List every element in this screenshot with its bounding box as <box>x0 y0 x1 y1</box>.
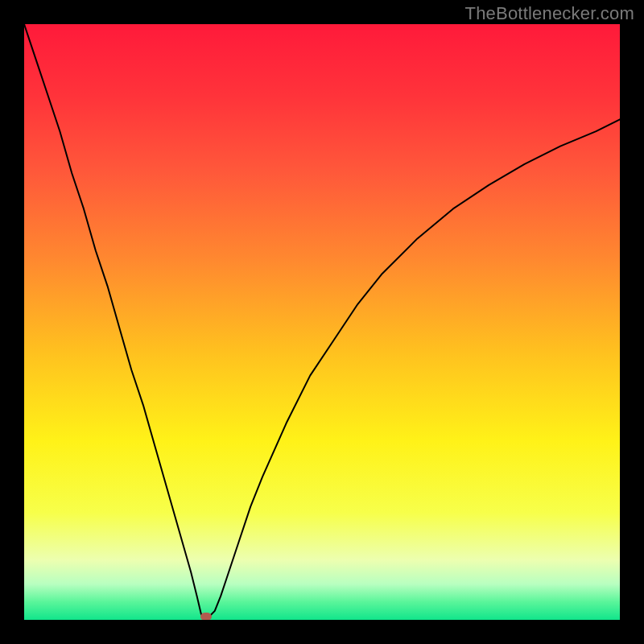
bottleneck-curve <box>24 24 620 620</box>
optimum-marker <box>200 613 212 620</box>
chart-frame: TheBottlenecker.com <box>0 0 644 644</box>
plot-area <box>24 24 620 620</box>
watermark-text: TheBottlenecker.com <box>465 3 634 24</box>
